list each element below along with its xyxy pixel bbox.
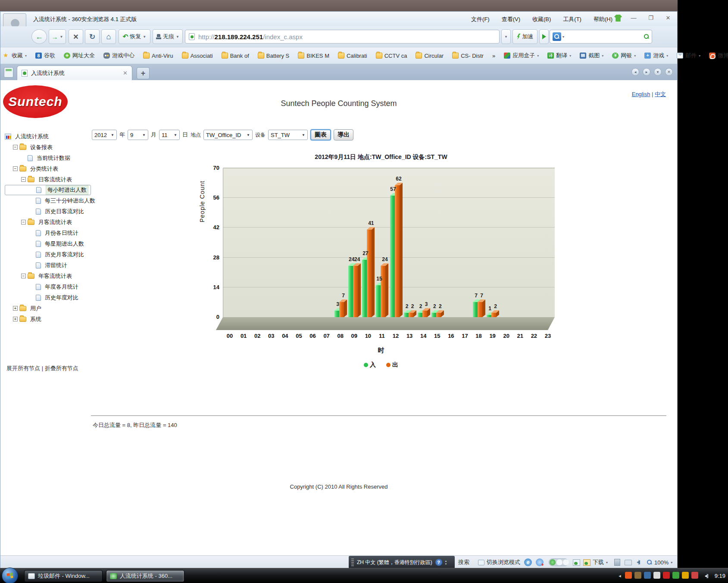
collapse-all-link[interactable]: 折叠所有节点 [45,365,78,371]
stop-button[interactable]: ✕ [69,29,83,44]
tray-app-icon[interactable] [663,572,670,579]
tab-scroll-right-icon[interactable]: ▸ [643,68,650,76]
tree-node-file[interactable]: 每三十分钟进出人数 [5,195,91,206]
tree-node-label[interactable]: 每星期进出人数 [44,240,85,248]
tree-node-label[interactable]: 分类统计表 [29,165,59,173]
new-tab-button[interactable]: + [137,67,150,79]
tree-node-file[interactable]: 每小时进出人数 [5,185,91,195]
site-select[interactable]: TW_Office_ID▼ [203,130,253,140]
status-search[interactable]: 搜索 [458,556,469,569]
tree-node-file[interactable]: 年度各月统计 [5,281,91,292]
link-english[interactable]: English [632,91,650,97]
go-button[interactable] [539,29,549,44]
bookmark-item[interactable]: Associati [182,53,213,59]
tree-node-folder[interactable]: +系统 [5,314,91,324]
tray-app-icon[interactable] [634,572,641,579]
tab-scroll-left-icon[interactable]: ◂ [631,68,639,76]
bookmark-item[interactable]: 截图▾ [580,52,603,59]
tree-node-label[interactable]: 当前统计数据 [35,154,72,162]
volume-icon[interactable] [705,574,708,578]
bookmark-item[interactable]: CCTV ca [376,53,407,59]
tree-node-label[interactable]: 用户 [29,304,43,313]
device-select[interactable]: ST_TW▼ [268,130,308,140]
start-button[interactable] [2,567,18,583]
langbar-arrows-icon[interactable]: ▴▾ [445,559,447,565]
search-submit-icon[interactable] [644,34,649,39]
search-engine-icon[interactable] [553,32,561,41]
tray-app-icon[interactable] [644,572,651,579]
tree-node-folder[interactable]: −设备报表 [5,142,91,153]
tab-active[interactable]: 入流统计系统 ✕ [17,65,132,80]
taskbar-task[interactable]: 人流统计系统 - 360... [106,570,184,582]
tab-list-dropdown-icon[interactable]: ▾ [654,68,662,76]
help-icon[interactable]: ? [435,559,442,566]
url-dropdown-button[interactable]: ▼ [501,29,511,44]
tree-node-label[interactable]: 年客流统计表 [37,272,73,281]
tree-node-file[interactable]: 历史月客流对比 [5,249,91,260]
mute-button[interactable] [637,556,640,569]
bookmark-item[interactable]: 8谷歌 [35,52,55,59]
bookmark-item[interactable]: Anti-Viru [143,53,173,59]
expand-icon[interactable]: + [13,306,18,311]
day-select[interactable]: 11▼ [159,130,180,140]
refresh-button[interactable]: ↻ [85,29,100,44]
collapse-icon[interactable]: − [21,274,26,278]
tree-node-label[interactable]: 日客流统计表 [37,175,73,184]
tab-close-all-icon[interactable]: ✕ [665,68,673,76]
tree-node-folder[interactable]: +用户 [5,303,91,314]
browse-mode-toggle[interactable]: 切换浏览模式 [478,556,520,569]
tab-close-icon[interactable]: ✕ [123,70,128,76]
maximize-button[interactable]: ❐ [645,14,656,22]
tree-node-root[interactable]: 人流统计系统 [5,131,91,142]
bookmark-item[interactable]: CS- Distr [452,53,484,59]
tree-node-label[interactable]: 系统 [29,315,43,324]
bookmark-item[interactable]: ¥网银▾ [612,52,636,59]
tree-node-label[interactable]: 每小时进出人数 [46,185,88,195]
bookmark-item[interactable]: BIKES M [298,53,329,59]
tab-list-icon[interactable] [4,67,13,78]
tree-node-label[interactable]: 设备报表 [29,143,54,152]
taskbar-task[interactable]: 垃圾邮件 - Window... [24,570,103,582]
search-box[interactable]: ▾ [550,30,652,44]
tree-node-folder[interactable]: −月客流统计表 [5,217,91,228]
tree-node-file[interactable]: 每星期进出人数 [5,238,91,249]
tree-node-label[interactable]: 历史年度对比 [44,293,80,302]
bookmark-item[interactable]: +游戏▾ [644,52,668,59]
menu-item[interactable]: 查看(V) [502,16,520,23]
restore-session-button[interactable]: ↶恢复▼ [119,29,150,44]
zoom-control[interactable]: 100%▾ [647,556,672,569]
tree-node-label[interactable]: 历史月客流对比 [44,250,85,259]
home-button[interactable]: ⌂ [101,29,116,44]
tree-node-label[interactable]: 每三十分钟进出人数 [44,196,97,205]
tree-node-folder[interactable]: −分类统计表 [5,163,91,174]
minimize-button[interactable]: — [628,14,639,22]
tree-node-label[interactable]: 月份各日统计 [44,229,80,237]
collapse-icon[interactable]: − [13,166,18,171]
expand-icon[interactable]: + [13,317,18,321]
bookmark-item[interactable]: 邮件▾ [677,52,700,59]
link-chinese[interactable]: 中文 [655,91,666,97]
tray-app-icon[interactable] [691,572,698,579]
collapse-icon[interactable]: − [13,145,18,150]
bookmark-item[interactable]: 微博 [709,52,728,59]
tree-node-file[interactable]: 滞留统计 [5,260,91,271]
tree-node-folder[interactable]: −年客流统计表 [5,271,91,281]
print-button[interactable] [625,556,632,569]
window-status-button[interactable] [573,556,580,569]
bookmark-item[interactable]: 应用盒子▾ [504,52,539,59]
month-select[interactable]: 9▼ [128,130,148,140]
tree-node-file[interactable]: 历史日客流对比 [5,206,91,217]
tray-collapse-icon[interactable]: ◂ [619,573,621,579]
bookmark-item[interactable]: » [492,53,495,59]
tree-node-label[interactable]: 滞留统计 [44,261,69,270]
incognito-button[interactable]: 无痕▼ [153,29,183,44]
expand-all-link[interactable]: 展开所有节点 [6,365,40,371]
bookmark-item[interactable]: Circular [416,53,444,59]
collapse-icon[interactable]: − [21,220,26,224]
menu-item[interactable]: 工具(T) [563,16,581,23]
tree-node-file[interactable]: 历史年度对比 [5,292,91,303]
tray-app-icon[interactable] [625,572,632,579]
engine-switch[interactable] [549,556,569,569]
menu-item[interactable]: 文件(F) [471,16,490,23]
language-bar[interactable]: ZH 中文 (繁體，香港特別行政區) ? ▴▾ [349,556,455,569]
